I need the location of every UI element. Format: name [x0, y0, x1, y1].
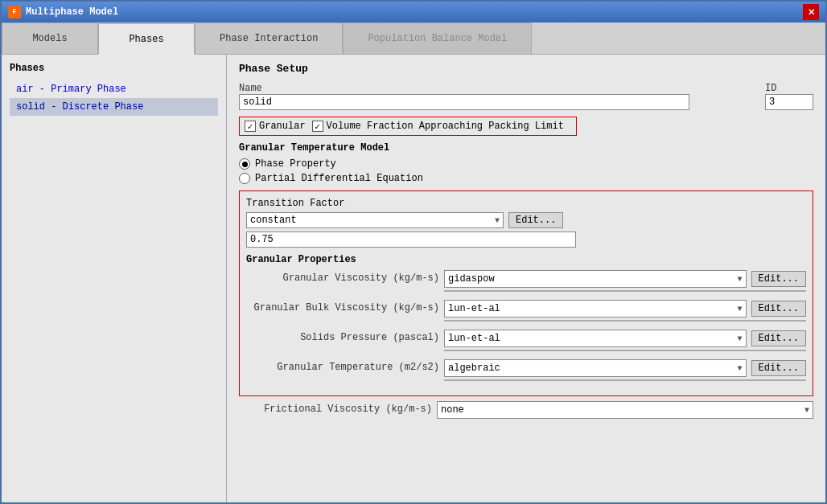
- id-label: ID: [765, 83, 813, 94]
- granular-temp-edit-button[interactable]: Edit...: [751, 360, 806, 376]
- granular-props-title: Granular Properties: [246, 254, 806, 265]
- prop-row-frictional: Frictional Viscosity (kg/m-s) none ▼: [239, 401, 813, 419]
- transition-value-input[interactable]: [246, 232, 576, 248]
- tab-population-balance: Population Balance Model: [343, 23, 532, 54]
- tab-models[interactable]: Models: [2, 23, 98, 54]
- bulk-viscosity-controls: lun-et-al ▼ Edit...: [444, 300, 806, 322]
- granular-viscosity-edit-button[interactable]: Edit...: [751, 271, 806, 287]
- content-area: Phases air - Primary Phase solid - Discr…: [2, 55, 825, 502]
- granular-viscosity-label: Granular Viscosity (kg/m-s): [246, 270, 439, 284]
- bulk-viscosity-dropdown[interactable]: lun-et-al ▼: [444, 300, 747, 318]
- sidebar: Phases air - Primary Phase solid - Discr…: [2, 55, 227, 502]
- bulk-viscosity-input[interactable]: [444, 320, 806, 322]
- checkbox-row: Granular Volume Fraction Approaching Pac…: [239, 117, 577, 136]
- volume-fraction-checkbox-item: Volume Fraction Approaching Packing Limi…: [312, 121, 564, 132]
- dropdown-arrow-icon: ▼: [738, 275, 743, 284]
- granular-checkbox-item: Granular: [245, 121, 306, 132]
- title-bar-left: F Multiphase Model: [8, 6, 118, 18]
- granular-viscosity-controls: gidaspow ▼ Edit...: [444, 270, 806, 292]
- phase-item-solid[interactable]: solid - Discrete Phase: [10, 98, 218, 116]
- solids-pressure-input[interactable]: [444, 350, 806, 351]
- radio-phase-property-btn[interactable]: [239, 158, 250, 170]
- frictional-dropdown[interactable]: none ▼: [437, 401, 813, 419]
- tab-phase-interaction[interactable]: Phase Interaction: [195, 23, 343, 54]
- bulk-viscosity-label: Granular Bulk Viscosity (kg/m-s): [246, 300, 439, 313]
- bulk-viscosity-edit-button[interactable]: Edit...: [751, 301, 806, 317]
- solids-pressure-label: Solids Pressure (pascal): [246, 330, 439, 343]
- main-panel: Phase Setup Name ID Granular: [227, 55, 825, 502]
- title-bar: F Multiphase Model ✕: [2, 2, 825, 23]
- phase-item-air[interactable]: air - Primary Phase: [10, 80, 218, 98]
- radio-partial-diff: Partial Differential Equation: [239, 173, 813, 184]
- main-window: F Multiphase Model ✕ Models Phases Phase…: [0, 0, 827, 504]
- radio-partial-diff-btn[interactable]: [239, 173, 250, 184]
- solids-pressure-controls: lun-et-al ▼ Edit...: [444, 330, 806, 351]
- tab-phases[interactable]: Phases: [98, 23, 195, 55]
- panel-title: Phase Setup: [239, 63, 813, 75]
- volume-fraction-label: Volume Fraction Approaching Packing Limi…: [327, 121, 564, 132]
- granular-temp-section-title: Granular Temperature Model: [239, 142, 813, 154]
- solids-pressure-row: lun-et-al ▼ Edit...: [444, 330, 806, 347]
- granular-temp-dropdown[interactable]: algebraic ▼: [444, 359, 747, 377]
- frictional-controls: none ▼: [437, 401, 813, 419]
- granular-temp-input[interactable]: [444, 379, 806, 381]
- close-button[interactable]: ✕: [803, 4, 819, 20]
- granular-viscosity-input[interactable]: [444, 290, 806, 292]
- name-label: Name: [239, 83, 752, 94]
- granular-temp-row: algebraic ▼ Edit...: [444, 359, 806, 377]
- name-input[interactable]: [239, 94, 689, 110]
- prop-row-granular-temp: Granular Temperature (m2/s2) algebraic ▼…: [246, 359, 806, 381]
- prop-row-solids-pressure: Solids Pressure (pascal) lun-et-al ▼ Edi…: [246, 330, 806, 351]
- dropdown-arrow-icon: ▼: [495, 216, 500, 225]
- granular-viscosity-row: gidaspow ▼ Edit...: [444, 270, 806, 288]
- solids-pressure-edit-button[interactable]: Edit...: [751, 330, 806, 346]
- transition-factor-label: Transition Factor: [246, 198, 806, 209]
- dropdown-arrow-icon: ▼: [738, 334, 743, 343]
- solids-pressure-dropdown[interactable]: lun-et-al ▼: [444, 330, 747, 347]
- granular-viscosity-dropdown[interactable]: gidaspow ▼: [444, 270, 747, 288]
- dropdown-arrow-icon: ▼: [738, 364, 743, 373]
- transition-dropdown-row: constant ▼ Edit...: [246, 212, 806, 228]
- granular-temp-controls: algebraic ▼ Edit...: [444, 359, 806, 381]
- granular-temp-label: Granular Temperature (m2/s2): [246, 359, 439, 373]
- frictional-viscosity-label: Frictional Viscosity (kg/m-s): [239, 401, 432, 415]
- frictional-row: none ▼: [437, 401, 813, 419]
- radio-phase-property: Phase Property: [239, 158, 813, 170]
- prop-row-bulk-viscosity: Granular Bulk Viscosity (kg/m-s) lun-et-…: [246, 300, 806, 322]
- dropdown-arrow-icon: ▼: [804, 406, 809, 415]
- granular-label: Granular: [259, 121, 306, 132]
- radio-group: Phase Property Partial Differential Equa…: [239, 158, 813, 184]
- app-icon: F: [8, 6, 21, 18]
- bulk-viscosity-row: lun-et-al ▼ Edit...: [444, 300, 806, 318]
- window-title: Multiphase Model: [26, 6, 118, 18]
- transition-edit-button[interactable]: Edit...: [508, 212, 563, 228]
- red-bordered-section: Transition Factor constant ▼ Edit... Gra…: [239, 191, 813, 396]
- sidebar-title: Phases: [10, 63, 218, 74]
- prop-row-granular-viscosity: Granular Viscosity (kg/m-s) gidaspow ▼ E…: [246, 270, 806, 292]
- radio-partial-diff-label: Partial Differential Equation: [255, 173, 423, 184]
- granular-checkbox[interactable]: [245, 121, 256, 132]
- id-input[interactable]: [765, 94, 813, 110]
- transition-dropdown[interactable]: constant ▼: [246, 212, 504, 228]
- name-id-row: Name ID: [239, 83, 813, 110]
- tabs-bar: Models Phases Phase Interaction Populati…: [2, 23, 825, 55]
- radio-phase-property-label: Phase Property: [255, 158, 336, 170]
- dropdown-arrow-icon: ▼: [738, 305, 743, 313]
- volume-fraction-checkbox[interactable]: [312, 121, 323, 132]
